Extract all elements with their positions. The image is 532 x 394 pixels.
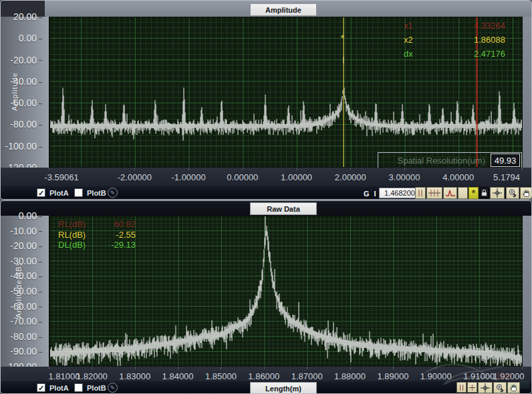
- gi-label: G I: [364, 190, 378, 198]
- x-tick-mark: [49, 168, 49, 170]
- band-cursors-icon: [428, 189, 441, 197]
- plotb-checkbox[interactable]: [74, 188, 83, 197]
- plota-checkbox[interactable]: ✓: [37, 383, 45, 392]
- toolbar-bottom: ✓ PlotA PlotB ✎ Length(m): [1, 381, 531, 394]
- x-tick-mark: [522, 168, 523, 170]
- x-tick-label: 1.92000: [493, 371, 525, 381]
- readout-value: 60.82: [114, 219, 136, 229]
- spectrum-analyzer-app: Amplitude Amplitude 20.000.00-20.00-40.0…: [0, 0, 532, 394]
- x-tick-mark: [178, 367, 178, 369]
- x-tick-label: 5.1794: [493, 172, 520, 182]
- cursor-readout-row: RL(dB)60.82: [58, 219, 136, 229]
- x-tick-label: 1.91000: [463, 371, 495, 381]
- x-tick-mark: [135, 367, 136, 369]
- x-tick-mark: [404, 168, 405, 170]
- cursor-readout-row: RL(dB)-2.55: [58, 230, 136, 240]
- y-tick-label: -100.00: [5, 141, 42, 152]
- lock-button[interactable]: [480, 188, 489, 198]
- asterisk-icon: *: [472, 190, 475, 196]
- pan-button[interactable]: [520, 187, 532, 199]
- x-tick-mark: [264, 367, 265, 369]
- x-tick-label: 1.86000: [248, 371, 279, 381]
- y-tick-label: -80.00: [10, 331, 42, 342]
- tab-amplitude[interactable]: Amplitude: [250, 3, 317, 16]
- readout-label: RL(dB): [58, 219, 86, 229]
- y-tick-label: -30.00: [10, 256, 42, 266]
- crosshair-button[interactable]: [490, 187, 505, 199]
- x-tick-mark: [350, 367, 351, 369]
- readout-label: DL(dB): [58, 240, 86, 250]
- readout-value: 1.86088: [474, 35, 505, 45]
- tab-length-bottom[interactable]: Length(m): [250, 382, 317, 394]
- x-tick-label: 1.83000: [119, 371, 150, 381]
- readout-value: -2.55: [116, 230, 136, 240]
- cursor-lines-icon: [416, 189, 424, 197]
- x-tick-mark: [436, 367, 436, 369]
- y-tick-label: -60.00: [10, 301, 42, 312]
- band-cursors-button[interactable]: [426, 187, 442, 199]
- tab-raw-data[interactable]: Raw Data: [250, 202, 317, 215]
- plotb-checkbox[interactable]: [74, 383, 83, 392]
- cursor-position-field[interactable]: 1.468200: [379, 188, 420, 198]
- svg-text:*: *: [341, 32, 345, 43]
- readout-value: 2.47176: [474, 49, 505, 59]
- raw-data-plot[interactable]: RL(dB)60.82RL(dB)-2.55DL(dB)-29.13: [49, 216, 523, 367]
- lock-icon: [481, 189, 487, 196]
- crosshair-icon: [493, 188, 502, 198]
- x-tick-label: 1.89000: [377, 371, 408, 381]
- snap-button[interactable]: *: [469, 187, 479, 199]
- y-tick-label: -40.00: [10, 76, 42, 87]
- x-tick-mark: [297, 168, 297, 170]
- x-tick-label: 3.00000: [389, 172, 420, 182]
- x-tick-mark: [134, 168, 135, 170]
- zoom-button[interactable]: [493, 382, 507, 393]
- y-axis-ticks-top: 20.000.00-20.00-40.00-60.00-80.00-100.00…: [1, 17, 49, 168]
- y-tick-label: -20.00: [10, 240, 42, 251]
- pen-icon[interactable]: ✎: [108, 188, 118, 198]
- x-tick-label: 1.85000: [205, 371, 237, 381]
- x-tick-mark: [49, 367, 49, 369]
- amplitude-plot[interactable]: * x14.33264x21.86088dx2.47176 Spatial Re…: [49, 17, 523, 168]
- crosshair-icon: [481, 383, 490, 393]
- amplitude-panel: Amplitude Amplitude 20.000.00-20.00-40.0…: [0, 0, 532, 200]
- x-tick-mark: [307, 367, 307, 369]
- zoom-icon: [508, 188, 517, 198]
- x-tick-label: 4.00000: [442, 172, 474, 182]
- readout-value: 4.33264: [474, 21, 505, 31]
- y-tick-label: -60.00: [10, 97, 42, 108]
- cursor-lines-button[interactable]: [456, 382, 467, 393]
- zoom-button[interactable]: [506, 187, 519, 199]
- y-tick-label: 0.00: [19, 33, 42, 43]
- plota-checkbox[interactable]: ✓: [37, 188, 45, 197]
- x-tick-mark: [350, 168, 351, 170]
- x-tick-mark: [243, 168, 243, 170]
- x-tick-mark: [188, 168, 189, 170]
- x-tick-label: 1.81000: [49, 371, 80, 381]
- plota-label: PlotA: [49, 384, 69, 392]
- cursor-lines-icon: [458, 384, 465, 391]
- y-tick-label: 0.00: [19, 210, 42, 221]
- crosshair-button[interactable]: [478, 382, 493, 393]
- y-tick-label: -80.00: [10, 119, 42, 130]
- spatial-resolution-value[interactable]: 49.93: [491, 154, 520, 167]
- cursor-readout-row: dx2.47176: [404, 49, 505, 59]
- spatial-resolution-box: Spatial Resolution(um) 49.93: [378, 152, 522, 168]
- zoom-icon: [495, 383, 505, 393]
- peak-marker-button[interactable]: [443, 187, 457, 199]
- x-axis-top: -3.59061-2.00000-1.000000.000001.000002.…: [1, 168, 531, 186]
- cursor-readout-row: DL(dB)-29.13: [58, 240, 136, 250]
- x-tick-label: 1.00000: [281, 172, 312, 182]
- x-tick-label: 1.84000: [162, 371, 194, 381]
- pen-icon[interactable]: ✎: [108, 383, 118, 393]
- band-cursors-button[interactable]: [467, 382, 477, 393]
- y-tick-label: -20.00: [10, 55, 42, 65]
- plota-label: PlotA: [49, 189, 69, 197]
- x-tick-label: -2.00000: [118, 172, 152, 182]
- pan-button[interactable]: [507, 382, 520, 393]
- x-tick-mark: [522, 367, 523, 369]
- cursor-lines-button[interactable]: [415, 187, 426, 199]
- readout-label: dx: [404, 49, 413, 59]
- y-axis-ticks-bottom: 0.00-10.00-20.00-30.00-40.00-50.00-60.00…: [1, 216, 49, 367]
- y-tick-label: -90.00: [10, 346, 42, 357]
- blank-button[interactable]: [458, 187, 468, 199]
